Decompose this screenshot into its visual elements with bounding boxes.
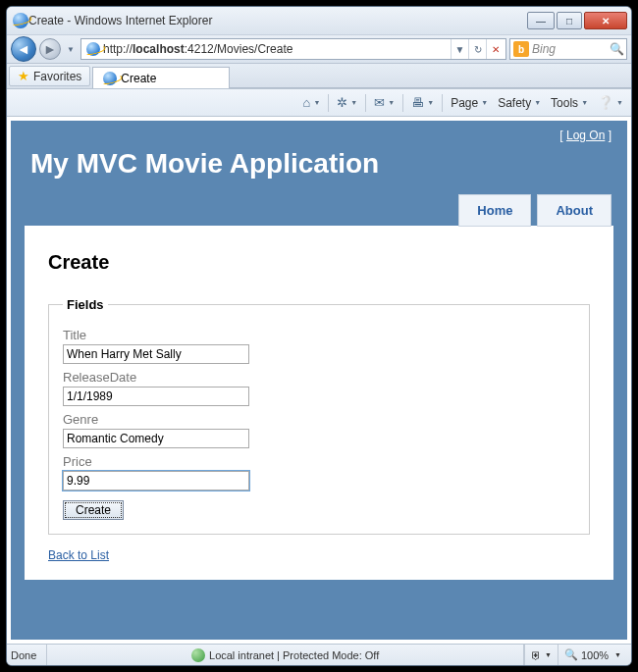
tab-favicon bbox=[103, 72, 117, 85]
help-icon: ❔ bbox=[598, 95, 613, 110]
title-bar: Create - Windows Internet Explorer — □ ✕ bbox=[7, 7, 631, 34]
app-title: My MVC Movie Application bbox=[11, 142, 627, 193]
input-genre[interactable] bbox=[63, 429, 249, 448]
address-dropdown[interactable]: ▼ bbox=[451, 39, 468, 59]
screenshot-frame: Create - Windows Internet Explorer — □ ✕… bbox=[0, 0, 638, 672]
create-button[interactable]: Create bbox=[63, 500, 124, 520]
address-bar[interactable]: http://localhost:4212/Movies/Create ▼ ↻ … bbox=[80, 38, 506, 60]
label-releasedate: ReleaseDate bbox=[63, 370, 575, 385]
page-menu[interactable]: Page▼ bbox=[447, 94, 492, 112]
print-button[interactable]: 🖶▼ bbox=[407, 93, 438, 112]
back-to-list-link[interactable]: Back to List bbox=[48, 548, 109, 562]
url-text: http://localhost:4212/Movies/Create bbox=[103, 42, 451, 56]
tabs-row: ★ Favorites Create bbox=[7, 64, 631, 89]
home-icon-button[interactable]: ⌂▼ bbox=[299, 93, 325, 112]
mail-icon: ✉ bbox=[374, 95, 385, 110]
label-price: Price bbox=[63, 454, 575, 469]
browser-window: Create - Windows Internet Explorer — □ ✕… bbox=[6, 6, 632, 666]
print-icon: 🖶 bbox=[411, 95, 424, 110]
stop-button[interactable]: ✕ bbox=[486, 39, 504, 59]
mail-button[interactable]: ✉▼ bbox=[370, 93, 399, 112]
label-genre: Genre bbox=[63, 412, 575, 427]
viewport: [ Log On ] My MVC Movie Application Home… bbox=[7, 117, 631, 644]
separator bbox=[402, 94, 403, 112]
search-placeholder: Bing bbox=[532, 42, 607, 56]
bracket: ] bbox=[605, 129, 611, 142]
logon-link[interactable]: Log On bbox=[566, 129, 605, 142]
search-box[interactable]: b Bing 🔍 bbox=[509, 38, 627, 60]
fields-fieldset: Fields Title ReleaseDate Genre Price Cre… bbox=[48, 297, 590, 535]
site-nav: Home About bbox=[11, 194, 627, 227]
separator bbox=[365, 94, 366, 112]
ie-icon bbox=[13, 13, 28, 28]
input-title[interactable] bbox=[63, 344, 249, 364]
favorites-button[interactable]: ★ Favorites bbox=[9, 66, 90, 86]
zone-text: Local intranet | Protected Mode: Off bbox=[209, 649, 379, 661]
page-body: [ Log On ] My MVC Movie Application Home… bbox=[11, 121, 627, 640]
nav-history-dropdown[interactable]: ▼ bbox=[64, 38, 78, 60]
bracket: [ bbox=[559, 129, 566, 142]
command-bar: ⌂▼ ✲▼ ✉▼ 🖶▼ Page▼ Safety▼ Tools▼ ❔▼ bbox=[7, 89, 631, 117]
separator bbox=[328, 94, 329, 112]
back-button[interactable]: ◄ bbox=[11, 36, 36, 62]
star-icon: ★ bbox=[18, 69, 29, 83]
window-title: Create - Windows Internet Explorer bbox=[28, 14, 527, 27]
logon-area: [ Log On ] bbox=[11, 121, 627, 142]
tab-strip-spacer bbox=[230, 64, 631, 88]
maximize-button[interactable]: □ bbox=[557, 12, 582, 29]
label-title: Title bbox=[63, 328, 575, 342]
favorites-label: Favorites bbox=[33, 70, 81, 83]
shield-icon: ⛨ bbox=[531, 649, 542, 661]
minimize-button[interactable]: — bbox=[527, 12, 555, 29]
safety-menu[interactable]: Safety▼ bbox=[494, 94, 545, 112]
rss-icon: ✲ bbox=[337, 95, 347, 110]
main-panel: Create Fields Title ReleaseDate Genre Pr… bbox=[25, 226, 613, 580]
browser-tab[interactable]: Create bbox=[92, 67, 230, 88]
help-button[interactable]: ❔▼ bbox=[594, 93, 627, 112]
tab-title: Create bbox=[121, 72, 156, 85]
protected-mode-toggle[interactable]: ⛨▼ bbox=[524, 645, 558, 665]
zoom-value: 100% bbox=[581, 649, 609, 661]
globe-icon bbox=[191, 648, 205, 662]
feeds-button[interactable]: ✲▼ bbox=[333, 93, 361, 112]
tools-menu[interactable]: Tools▼ bbox=[547, 94, 592, 112]
status-text: Done bbox=[11, 649, 46, 661]
nav-home[interactable]: Home bbox=[458, 194, 531, 227]
page-heading: Create bbox=[48, 251, 590, 274]
refresh-button[interactable]: ↻ bbox=[468, 39, 486, 59]
status-bar: Done Local intranet | Protected Mode: Of… bbox=[7, 644, 631, 665]
input-releasedate[interactable] bbox=[63, 387, 249, 406]
nav-about[interactable]: About bbox=[537, 194, 611, 227]
close-button[interactable]: ✕ bbox=[584, 12, 627, 29]
zoom-icon: 🔍 bbox=[564, 648, 578, 661]
home-icon: ⌂ bbox=[303, 95, 311, 110]
security-zone[interactable]: Local intranet | Protected Mode: Off bbox=[46, 645, 524, 665]
search-button[interactable]: 🔍 bbox=[607, 42, 626, 56]
input-price[interactable] bbox=[63, 471, 249, 491]
forward-button[interactable]: ► bbox=[39, 38, 61, 60]
nav-bar: ◄ ► ▼ http://localhost:4212/Movies/Creat… bbox=[7, 34, 631, 64]
page-icon bbox=[86, 42, 100, 56]
fieldset-legend: Fields bbox=[63, 297, 108, 312]
separator bbox=[442, 94, 443, 112]
window-controls: — □ ✕ bbox=[527, 12, 627, 29]
bing-icon: b bbox=[513, 41, 529, 57]
zoom-control[interactable]: 🔍 100% ▼ bbox=[558, 645, 627, 665]
